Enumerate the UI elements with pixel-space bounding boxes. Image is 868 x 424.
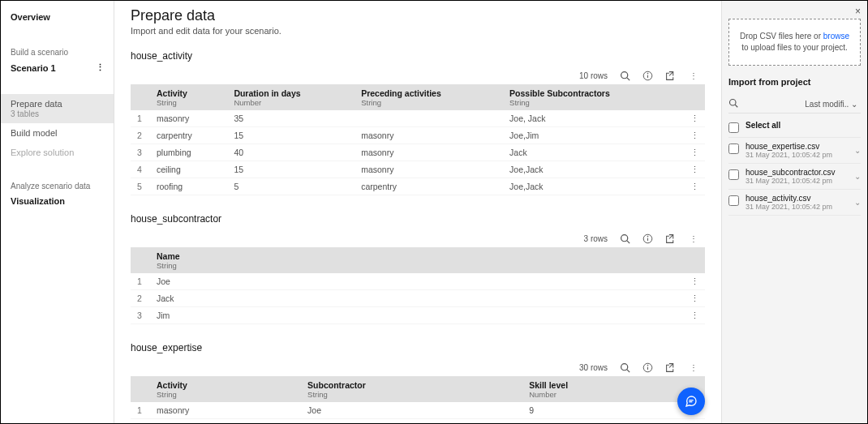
table-cell[interactable]: 40 xyxy=(227,144,355,161)
table-cell[interactable]: 9 xyxy=(522,402,684,419)
table-cell[interactable]: Joe,Jack xyxy=(503,161,684,178)
table-cell[interactable]: masonry xyxy=(355,161,503,178)
row-menu-icon[interactable]: ⋮ xyxy=(690,148,698,157)
table-name: house_activity xyxy=(131,50,705,62)
column-header[interactable]: ActivityString xyxy=(150,84,227,110)
svg-point-5 xyxy=(621,234,627,241)
table-cell[interactable]: 7 xyxy=(522,419,684,424)
file-checkbox[interactable] xyxy=(728,169,739,180)
row-menu-icon[interactable]: ⋮ xyxy=(690,182,698,191)
column-header[interactable]: Skill levelNumber xyxy=(522,376,684,402)
file-date: 31 May 2021, 10:05:42 pm xyxy=(746,151,848,159)
table-cell[interactable]: masonry xyxy=(355,144,503,161)
sidebar-overview[interactable]: Overview xyxy=(1,6,114,28)
table-cell[interactable]: 35 xyxy=(227,110,355,127)
page-title: Prepare data xyxy=(131,7,705,24)
export-icon[interactable] xyxy=(664,233,676,244)
table-cell[interactable]: plumbing xyxy=(150,144,227,161)
sidebar-item-explore-solution[interactable]: Explore solution xyxy=(1,143,114,162)
search-icon[interactable] xyxy=(619,70,630,81)
table-cell[interactable]: 15 xyxy=(227,161,355,178)
row-menu-icon[interactable]: ⋮ xyxy=(690,276,698,286)
table-cell[interactable]: Joe,Jim xyxy=(503,127,684,144)
table-cell[interactable]: carpentry xyxy=(150,419,301,424)
browse-link[interactable]: browse xyxy=(823,32,849,41)
overflow-menu-icon[interactable]: ⋮ xyxy=(687,70,698,81)
scenario-menu-icon[interactable]: ⋮ xyxy=(96,62,104,73)
row-menu-icon[interactable]: ⋮ xyxy=(690,113,698,123)
column-header[interactable]: Duration in daysNumber xyxy=(227,84,355,110)
chevron-down-icon[interactable]: ⌄ xyxy=(854,146,861,155)
sidebar-scenario[interactable]: Scenario 1 ⋮ xyxy=(1,59,114,81)
table-cell[interactable]: ceiling xyxy=(150,161,227,178)
file-row[interactable]: house_subcontractor.csv 31 May 2021, 10:… xyxy=(728,164,861,190)
select-all-row[interactable]: Select all xyxy=(728,117,861,138)
chevron-down-icon[interactable]: ⌄ xyxy=(854,172,861,181)
table-cell[interactable]: Joe xyxy=(150,273,684,290)
table-cell[interactable]: 15 xyxy=(227,127,355,144)
table-cell[interactable]: roofing xyxy=(150,178,227,195)
svg-point-9 xyxy=(647,236,648,237)
table-cell[interactable]: Joe xyxy=(301,402,522,419)
table-cell[interactable]: Jim xyxy=(150,307,684,324)
sort-dropdown[interactable]: Last modifi.. ⌄ xyxy=(740,100,861,109)
export-icon[interactable] xyxy=(664,362,676,373)
svg-line-16 xyxy=(735,105,737,107)
chevron-down-icon[interactable]: ⌄ xyxy=(854,198,861,207)
row-number: 3 xyxy=(131,307,150,324)
column-header[interactable]: Possible SubcontractorsString xyxy=(503,84,684,110)
table-cell[interactable]: Joe, Jack xyxy=(503,110,684,127)
search-icon[interactable] xyxy=(728,98,740,109)
select-all-checkbox[interactable] xyxy=(728,122,739,133)
svg-point-15 xyxy=(730,100,737,106)
table-cell[interactable]: Jack xyxy=(150,290,684,307)
table-name: house_subcontractor xyxy=(131,213,705,225)
table-cell[interactable]: 5 xyxy=(227,178,355,195)
import-from-project-title: Import from project xyxy=(728,77,861,87)
info-icon[interactable] xyxy=(642,70,653,81)
column-header[interactable]: NameString xyxy=(150,247,684,273)
svg-point-14 xyxy=(647,365,648,366)
info-icon[interactable] xyxy=(642,233,653,244)
table-cell[interactable]: Joe,Jack xyxy=(503,178,684,195)
table-cell[interactable]: masonry xyxy=(150,402,301,419)
dropzone[interactable]: Drop CSV files here or browse to upload … xyxy=(728,19,861,66)
close-icon[interactable]: × xyxy=(855,6,861,17)
overflow-menu-icon[interactable]: ⋮ xyxy=(687,233,698,244)
row-menu-icon[interactable]: ⋮ xyxy=(690,311,698,320)
file-name: house_activity.csv xyxy=(746,194,848,203)
file-row[interactable]: house_activity.csv 31 May 2021, 10:05:42… xyxy=(728,190,861,216)
table-cell[interactable]: masonry xyxy=(355,127,503,144)
sidebar-item-prepare-data[interactable]: Prepare data 3 tables xyxy=(1,94,114,123)
sidebar-item-visualization[interactable]: Visualization xyxy=(1,195,114,211)
table-cell[interactable]: carpentry xyxy=(355,178,503,195)
search-icon[interactable] xyxy=(619,362,630,373)
export-icon[interactable] xyxy=(664,70,676,81)
row-menu-icon[interactable]: ⋮ xyxy=(690,422,698,423)
overflow-menu-icon[interactable]: ⋮ xyxy=(687,362,698,373)
table-cell[interactable]: Joe xyxy=(301,419,522,424)
table-cell[interactable]: carpentry xyxy=(150,127,227,144)
sidebar-item-sublabel: 3 tables xyxy=(11,109,104,118)
table-row: 3Jim⋮ xyxy=(131,307,705,324)
file-row[interactable]: house_expertise.csv 31 May 2021, 10:05:4… xyxy=(728,138,861,164)
row-menu-icon[interactable]: ⋮ xyxy=(690,131,698,140)
chat-fab[interactable] xyxy=(677,388,705,415)
search-icon[interactable] xyxy=(619,233,630,244)
svg-point-0 xyxy=(621,71,627,78)
column-header[interactable]: SubcontractorString xyxy=(301,376,522,402)
info-icon[interactable] xyxy=(642,362,653,373)
sidebar-item-build-model[interactable]: Build model xyxy=(1,123,114,143)
column-header[interactable]: ActivityString xyxy=(150,376,301,402)
file-checkbox[interactable] xyxy=(728,195,739,206)
table-block: house_expertise 30 rows ⋮ ActivityString… xyxy=(131,342,705,423)
table-cell[interactable]: Jack xyxy=(503,144,684,161)
sidebar: Overview Build a scenario Scenario 1 ⋮ P… xyxy=(1,1,114,423)
table-cell[interactable]: masonry xyxy=(150,110,227,127)
file-name: house_subcontractor.csv xyxy=(746,168,848,177)
file-checkbox[interactable] xyxy=(728,143,739,154)
row-menu-icon[interactable]: ⋮ xyxy=(690,293,698,303)
table-cell[interactable] xyxy=(355,110,503,127)
column-header[interactable]: Preceding activitiesString xyxy=(355,84,503,110)
row-menu-icon[interactable]: ⋮ xyxy=(690,165,698,174)
